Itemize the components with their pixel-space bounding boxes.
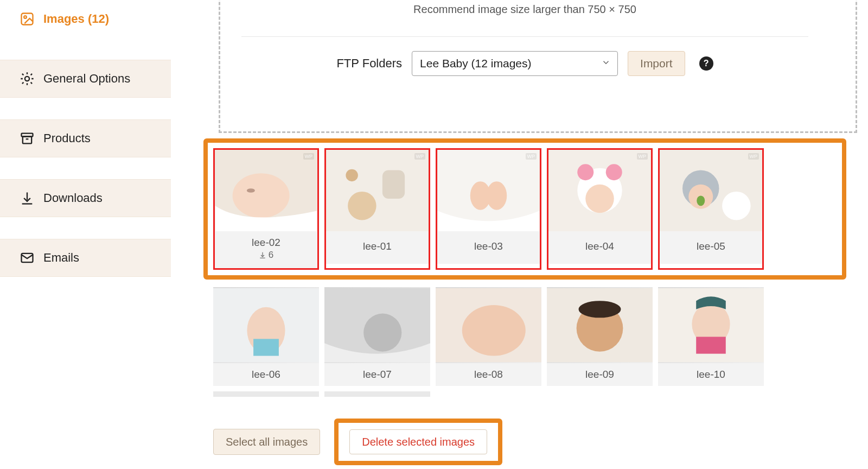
- svg-point-8: [247, 188, 255, 193]
- image-name: lee-06: [252, 369, 280, 380]
- image-name: lee-08: [474, 369, 503, 380]
- sidebar-item-label: General Options: [43, 72, 130, 86]
- svg-rect-38: [696, 337, 726, 353]
- watermark: WP: [414, 153, 426, 160]
- chevron-down-icon: [601, 57, 611, 70]
- svg-rect-4: [23, 137, 31, 144]
- archive-icon: [20, 131, 35, 146]
- sidebar-item-downloads[interactable]: Downloads: [0, 179, 171, 217]
- svg-rect-28: [253, 339, 279, 356]
- svg-point-24: [697, 195, 705, 206]
- image-name: lee-02: [252, 237, 280, 249]
- image-icon: [20, 11, 35, 27]
- svg-point-20: [606, 164, 622, 180]
- svg-point-25: [722, 192, 751, 220]
- sidebar-item-products[interactable]: Products: [0, 119, 171, 157]
- image-thumb[interactable]: lee-09: [547, 287, 653, 386]
- svg-point-30: [363, 314, 401, 352]
- sidebar-item-label: Images (12): [43, 12, 109, 26]
- image-thumb[interactable]: WP lee-01: [324, 148, 430, 270]
- svg-point-18: [585, 185, 614, 213]
- sidebar-item-label: Products: [43, 131, 91, 145]
- svg-point-7: [233, 173, 290, 218]
- download-icon: [20, 191, 35, 206]
- select-all-images-button[interactable]: Select all images: [213, 429, 320, 455]
- svg-point-32: [462, 305, 526, 356]
- mail-icon: [20, 250, 35, 265]
- svg-point-35: [579, 301, 621, 318]
- watermark: WP: [526, 153, 537, 160]
- gallery-actions: Select all images Delete selected images: [203, 419, 846, 465]
- svg-rect-9: [327, 150, 429, 231]
- sidebar-item-emails[interactable]: Emails: [0, 239, 171, 277]
- image-name: lee-05: [697, 240, 725, 252]
- sidebar-item-general-options[interactable]: General Options: [0, 60, 171, 98]
- sidebar-item-images[interactable]: Images (12): [0, 0, 171, 38]
- image-thumb[interactable]: WP lee-02 6: [213, 148, 319, 270]
- import-button[interactable]: Import: [628, 51, 685, 76]
- ftp-folders-label: FTP Folders: [336, 56, 402, 71]
- svg-point-2: [25, 77, 29, 81]
- image-thumb[interactable]: lee-06: [213, 287, 319, 386]
- svg-point-10: [348, 192, 376, 220]
- sidebar: Images (12) General Options Products Dow…: [0, 0, 171, 469]
- watermark: WP: [748, 153, 760, 160]
- download-count: 6: [259, 250, 273, 261]
- upload-dropzone[interactable]: Recommend image size larger than 750 × 7…: [203, 0, 846, 133]
- selected-images-row: WP lee-02 6 WP l: [203, 138, 846, 280]
- gear-icon: [20, 71, 35, 86]
- image-thumb-partial[interactable]: [213, 391, 319, 397]
- image-thumb[interactable]: lee-07: [324, 287, 430, 386]
- watermark: WP: [303, 153, 315, 160]
- image-name: lee-03: [474, 240, 503, 252]
- sidebar-item-label: Emails: [43, 251, 79, 265]
- svg-point-19: [577, 164, 593, 180]
- help-icon[interactable]: ?: [699, 56, 713, 71]
- watermark: WP: [637, 153, 648, 160]
- image-name: lee-10: [697, 369, 725, 380]
- ftp-folders-selected: Lee Baby (12 images): [420, 57, 531, 70]
- image-thumb[interactable]: WP lee-05: [658, 148, 764, 270]
- image-name: lee-07: [363, 369, 392, 380]
- image-thumb[interactable]: WP lee-04: [547, 148, 653, 270]
- ftp-folders-select[interactable]: Lee Baby (12 images): [412, 51, 618, 76]
- main-content: Recommend image size larger than 750 × 7…: [171, 0, 868, 469]
- image-thumb[interactable]: WP lee-03: [436, 148, 541, 270]
- image-name: lee-04: [585, 240, 614, 252]
- svg-point-12: [346, 169, 358, 182]
- svg-point-1: [24, 16, 27, 18]
- images-row: lee-06 lee-07 lee-08 lee-09 lee-10: [203, 287, 846, 386]
- images-row-partial: [203, 391, 846, 397]
- image-name: lee-01: [363, 240, 392, 252]
- image-thumb[interactable]: lee-08: [436, 287, 541, 386]
- delete-highlight: Delete selected images: [334, 419, 502, 465]
- sidebar-item-label: Downloads: [43, 191, 103, 205]
- svg-rect-11: [382, 170, 405, 199]
- delete-selected-images-button[interactable]: Delete selected images: [349, 429, 487, 454]
- image-thumb[interactable]: lee-10: [658, 287, 764, 386]
- upload-recommend-text: Recommend image size larger than 750 × 7…: [203, 0, 846, 16]
- image-name: lee-09: [585, 369, 614, 380]
- gallery: WP lee-02 6 WP l: [203, 138, 846, 397]
- svg-point-15: [487, 181, 507, 210]
- image-thumb-partial[interactable]: [324, 391, 430, 397]
